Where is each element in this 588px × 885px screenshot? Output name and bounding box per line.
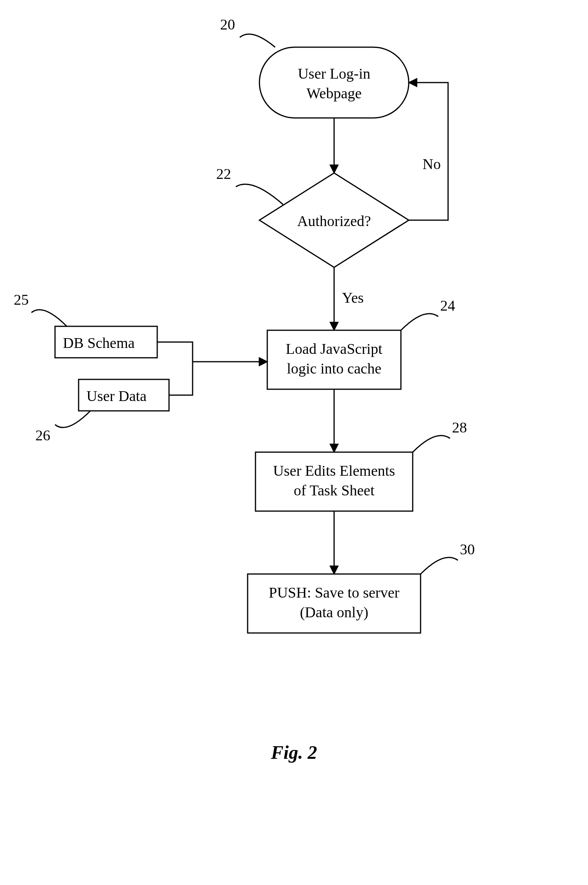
ref-25: 25 xyxy=(14,291,29,308)
node-load-cache: Load JavaScript logic into cache xyxy=(267,330,401,389)
leader-22 xyxy=(236,184,283,204)
svg-rect-5 xyxy=(248,574,421,633)
node-user-login: User Log-in Webpage xyxy=(259,47,409,118)
leader-30 xyxy=(421,557,458,574)
node-decision-text: Authorized? xyxy=(297,213,371,229)
node-edits-line1: User Edits Elements xyxy=(273,462,395,479)
svg-rect-0 xyxy=(259,47,409,118)
leader-28 xyxy=(413,436,450,452)
leader-20 xyxy=(240,34,275,47)
node-user-login-line1: User Log-in xyxy=(298,65,371,82)
node-db-schema-text: DB Schema xyxy=(63,335,135,351)
node-push-save: PUSH: Save to server (Data only) xyxy=(248,574,421,633)
node-load-line2: logic into cache xyxy=(287,360,382,377)
ref-30: 30 xyxy=(460,541,475,557)
node-load-line1: Load JavaScript xyxy=(286,340,382,357)
node-user-edits: User Edits Elements of Task Sheet xyxy=(255,452,413,511)
ref-22: 22 xyxy=(216,166,231,182)
svg-rect-1 xyxy=(267,330,401,389)
arrow-no-loopback xyxy=(409,83,448,220)
figure-caption: Fig. 2 xyxy=(270,742,317,763)
node-user-login-line2: Webpage xyxy=(307,85,362,101)
svg-rect-4 xyxy=(255,452,413,511)
ref-26: 26 xyxy=(35,427,50,443)
connector-userdata-to-merge xyxy=(169,362,193,395)
node-db-schema: DB Schema xyxy=(55,326,157,358)
edge-no-label: No xyxy=(423,156,441,172)
edge-yes-label: Yes xyxy=(342,289,364,306)
leader-24 xyxy=(401,314,438,330)
connector-schema-to-merge xyxy=(157,342,193,362)
flowchart-diagram: User Log-in Webpage 20 Authorized? 22 No… xyxy=(0,0,588,885)
leader-26 xyxy=(55,411,90,427)
node-edits-line2: of Task Sheet xyxy=(294,482,375,499)
node-push-line2: (Data only) xyxy=(300,604,368,621)
node-user-data-text: User Data xyxy=(86,388,147,404)
ref-28: 28 xyxy=(452,419,467,436)
node-push-line1: PUSH: Save to server xyxy=(269,584,400,601)
ref-24: 24 xyxy=(440,297,455,314)
node-decision-authorized: Authorized? xyxy=(259,173,409,267)
ref-20: 20 xyxy=(220,16,235,33)
node-user-data: User Data xyxy=(79,379,169,411)
leader-25 xyxy=(31,310,67,326)
